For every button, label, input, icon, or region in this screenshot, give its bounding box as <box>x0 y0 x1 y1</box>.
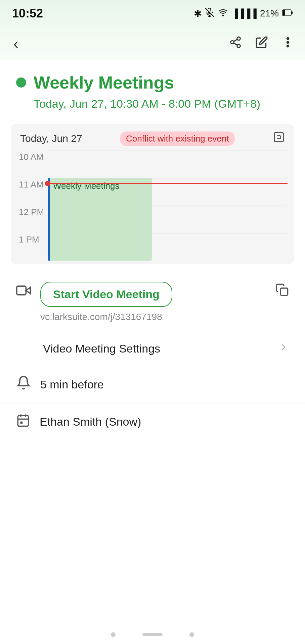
time-label-11am: 11 AM <box>11 178 48 206</box>
svg-point-13 <box>287 41 289 43</box>
svg-rect-20 <box>17 286 26 295</box>
top-nav: ‹ <box>0 27 305 60</box>
svg-point-9 <box>237 44 241 48</box>
back-button[interactable]: ‹ <box>11 33 21 55</box>
reminder-text: 5 min before <box>40 378 104 391</box>
status-icons: ✱ ▐▐▐▐ 21% <box>194 8 293 19</box>
bottom-nav-home <box>111 632 116 637</box>
current-time-dot <box>45 181 50 186</box>
mute-icon <box>205 8 214 19</box>
time-label-12pm: 12 PM <box>11 206 48 233</box>
svg-point-3 <box>223 15 223 16</box>
bottom-nav-back <box>189 632 194 637</box>
event-date: Today, Jun 27, 10:30 AM - 8:00 PM (GMT+8… <box>16 97 289 110</box>
edit-icon[interactable] <box>255 36 268 52</box>
nav-actions <box>229 36 294 52</box>
svg-rect-15 <box>274 133 283 142</box>
calendar-header: Today, Jun 27 Conflict with existing eve… <box>11 124 294 151</box>
organizer-icon <box>16 413 30 430</box>
time-label-1pm: 1 PM <box>11 233 48 261</box>
svg-rect-22 <box>18 416 29 426</box>
svg-line-10 <box>234 43 237 45</box>
svg-point-8 <box>231 41 234 44</box>
current-time-line <box>48 183 288 184</box>
svg-rect-26 <box>20 422 23 424</box>
reminder-section: 5 min before <box>0 365 305 404</box>
event-color-dot <box>16 77 26 88</box>
video-meeting-section: Start Video Meeting vc.larksuite.com/j/3… <box>0 272 305 332</box>
organizer-name: Ethan Smith (Snow) <box>40 415 141 428</box>
time-row-10am: 10 AM <box>11 151 288 178</box>
video-camera-icon <box>16 283 31 301</box>
time-label-10am: 10 AM <box>11 151 48 178</box>
video-settings-label: Video Meeting Settings <box>43 342 160 355</box>
svg-point-7 <box>237 37 241 40</box>
event-header: Weekly Meetings Today, Jun 27, 10:30 AM … <box>0 60 305 120</box>
meeting-url[interactable]: vc.larksuite.com/j/313167198 <box>40 312 266 322</box>
status-bar: 10:52 ✱ ▐▐▐▐ 21% <box>0 0 305 27</box>
svg-rect-6 <box>291 11 293 14</box>
bottom-nav-pill <box>142 633 163 636</box>
battery-label: 21% <box>260 8 279 19</box>
bell-icon <box>16 375 31 393</box>
svg-rect-21 <box>280 288 288 296</box>
calendar-nav-icon[interactable] <box>273 131 285 146</box>
calendar-grid: 10 AM 11 AM 12 PM 1 PM Weekly Meetings <box>11 151 294 264</box>
conflict-badge: Conflict with existing event <box>120 131 235 146</box>
calendar-date-label: Today, Jun 27 <box>20 133 82 144</box>
svg-point-14 <box>287 45 289 47</box>
signal-icon: ▐▐▐▐ <box>232 8 257 19</box>
event-title-row: Weekly Meetings <box>16 72 289 93</box>
svg-point-12 <box>287 38 289 39</box>
chevron-right-icon <box>278 341 289 356</box>
wifi-icon <box>218 8 228 19</box>
bottom-nav <box>0 625 305 644</box>
event-block[interactable]: Weekly Meetings <box>48 178 152 261</box>
svg-marker-19 <box>26 287 30 293</box>
svg-line-11 <box>234 39 237 41</box>
event-block-title: Weekly Meetings <box>53 181 120 191</box>
copy-icon[interactable] <box>275 283 289 300</box>
event-title: Weekly Meetings <box>34 72 174 93</box>
calendar-view: Today, Jun 27 Conflict with existing eve… <box>11 124 294 264</box>
organizer-section: Ethan Smith (Snow) <box>0 404 305 440</box>
start-video-meeting-button[interactable]: Start Video Meeting <box>40 282 172 307</box>
video-meeting-settings-section[interactable]: Video Meeting Settings <box>0 332 305 365</box>
share-icon[interactable] <box>229 36 242 52</box>
more-icon[interactable] <box>281 36 294 52</box>
bluetooth-icon: ✱ <box>194 8 202 19</box>
time-area-10am <box>48 151 288 178</box>
status-time: 10:52 <box>12 6 43 20</box>
battery-icon <box>282 8 293 19</box>
video-meeting-content: Start Video Meeting vc.larksuite.com/j/3… <box>40 282 266 322</box>
svg-rect-5 <box>283 10 285 15</box>
